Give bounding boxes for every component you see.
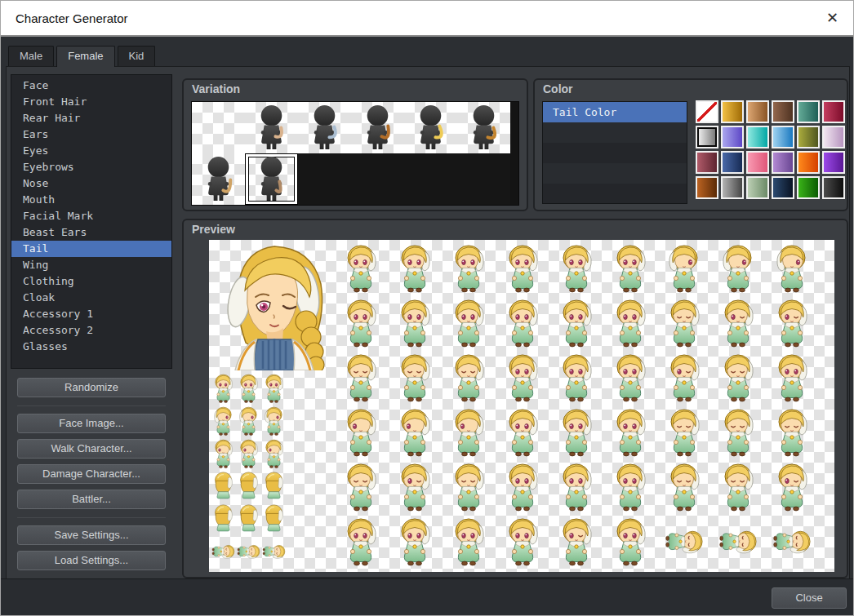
parts-list-item-rear-hair[interactable]: Rear Hair [11,110,171,126]
parts-list-item-front-hair[interactable]: Front Hair [11,94,171,110]
color-groupbox: Color Tail Color [533,78,848,211]
close-button[interactable]: Close [772,587,847,609]
tab-female[interactable]: Female [56,46,114,67]
parts-list-item-tail[interactable]: Tail [11,241,171,257]
swatch-14[interactable] [746,151,769,174]
variation-tile-tail-2[interactable] [298,102,351,153]
parts-list-item-wing[interactable]: Wing [11,257,171,273]
swatch-12[interactable] [696,151,718,174]
swatch-6[interactable] [696,126,718,148]
swatch-22[interactable] [797,176,820,199]
variation-tile-none[interactable] [192,102,245,153]
variation-tile-tail-1[interactable] [245,102,298,153]
preview-sprite [395,460,434,512]
swatch-15[interactable] [772,151,794,174]
swatch-17[interactable] [822,151,845,174]
variation-tile-tail-4[interactable] [404,102,457,153]
preview-sprite [341,242,380,294]
variation-tile-tail-6[interactable] [192,153,245,205]
preview-sprite [236,405,261,437]
preview-sprite [236,372,261,405]
tab-bar: Male Female Kid [8,46,155,67]
parts-list-item-accessory-1[interactable]: Accessory 1 [11,306,171,322]
swatch-20[interactable] [746,176,769,199]
window-close-icon[interactable]: ✕ [826,11,838,25]
swatch-16[interactable] [797,151,820,174]
parts-list-item-face[interactable]: Face [11,78,171,94]
parts-list-item-ears[interactable]: Ears [11,126,171,143]
preview-sprite [261,437,287,470]
preview-sprite [718,242,758,294]
preview-sprite [449,405,488,458]
parts-list-item-eyebrows[interactable]: Eyebrows [11,159,171,175]
parts-list-item-eyes[interactable]: Eyes [11,143,171,159]
color-list-empty-row [543,122,687,143]
swatch-21[interactable] [772,176,794,199]
swatch-8[interactable] [746,126,769,148]
preview-sprite [611,242,650,294]
swatch-10[interactable] [797,126,820,148]
battler-button[interactable]: Battler... [17,490,166,509]
tab-male[interactable]: Male [8,46,54,66]
variation-tile-tail-7[interactable] [245,153,298,205]
preview-sprite [611,296,650,348]
preview-sprite [772,351,812,403]
preview-sprite [236,535,261,568]
preview-sprite [772,405,812,458]
preview-sprite [449,242,488,294]
damage-character-button[interactable]: Damage Character... [17,464,166,484]
load-settings-button[interactable]: Load Settings... [17,551,166,570]
swatch-5[interactable] [822,100,845,123]
swatch-4[interactable] [797,100,820,123]
swatch-7[interactable] [721,126,744,148]
swatch-2[interactable] [746,100,769,123]
preview-sprite [449,296,488,348]
preview-sprite [503,296,542,348]
parts-list-item-beast-ears[interactable]: Beast Ears [11,224,171,241]
parts-list-item-nose[interactable]: Nose [11,175,171,192]
color-list-item-tail-color[interactable]: Tail Color [543,102,687,122]
variation-tile-tail-3[interactable] [351,102,404,153]
preview-sprite [718,351,758,403]
swatch-1[interactable] [721,100,744,123]
preview-sprite [341,351,380,403]
preview-sprite [718,515,758,567]
parts-list-item-glasses[interactable]: Glasses [11,339,171,355]
preview-sprite [718,405,758,458]
save-settings-button[interactable]: Save Settings... [17,525,166,545]
preview-sprite [395,296,434,348]
parts-list-item-mouth[interactable]: Mouth [11,192,171,208]
swatch-23[interactable] [822,176,845,199]
tab-kid[interactable]: Kid [118,46,156,66]
preview-canvas [209,240,834,572]
swatch-9[interactable] [772,126,794,148]
variation-empty-cell [457,153,510,205]
walk-character-button[interactable]: Walk Character... [17,439,166,459]
preview-sprite [341,405,380,458]
face-image-button[interactable]: Face Image... [17,414,166,433]
preview-sprite [665,405,704,458]
randomize-button[interactable]: Randomize [17,378,166,397]
swatch-none-icon[interactable] [696,100,718,123]
parts-list-item-facial-mark[interactable]: Facial Mark [11,208,171,224]
color-list: Tail Color [542,101,687,204]
variation-tile-tail-5[interactable] [457,102,510,153]
swatch-3[interactable] [772,100,794,123]
swatch-13[interactable] [721,151,744,174]
preview-sprite [772,242,812,294]
preview-groupbox: Preview [182,219,848,578]
preview-sprite [557,351,596,403]
swatch-11[interactable] [822,126,845,148]
preview-sprite [503,515,542,567]
swatch-19[interactable] [721,176,744,199]
preview-sprite [449,351,488,403]
preview-sprite [261,372,287,405]
preview-title: Preview [192,223,235,236]
parts-list-item-cloak[interactable]: Cloak [11,290,171,306]
parts-list-item-accessory-2[interactable]: Accessory 2 [11,322,171,339]
preview-sprite [211,372,236,405]
preview-sprite [341,515,380,567]
preview-sprite [503,460,542,512]
parts-list-item-clothing[interactable]: Clothing [11,273,171,290]
swatch-18[interactable] [696,176,718,199]
